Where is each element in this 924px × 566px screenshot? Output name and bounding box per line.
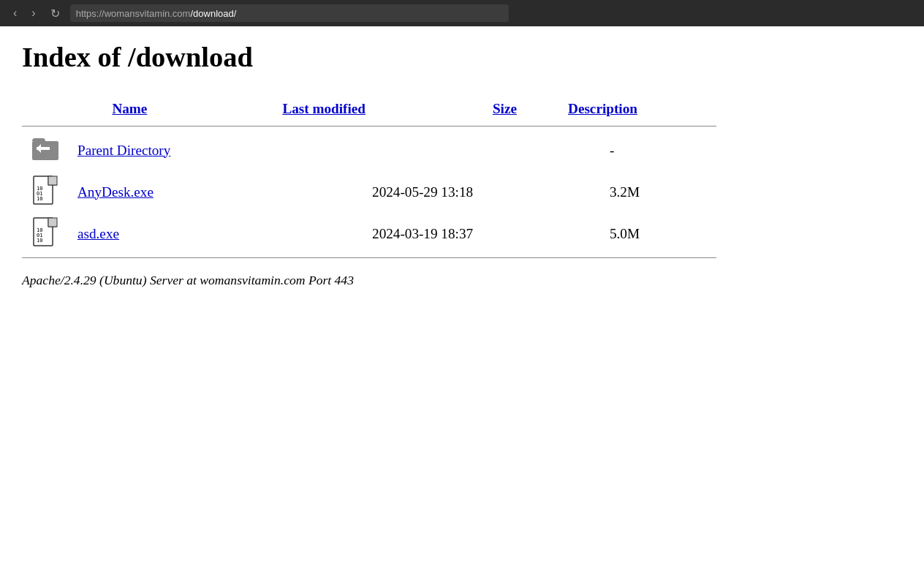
svg-rect-11 — [48, 218, 57, 227]
size-sort-link[interactable]: Size — [493, 101, 517, 116]
browser-chrome: ‹ › ↻ https://womansvitamin.com/download… — [0, 0, 924, 26]
page-title: Index of /download — [22, 41, 902, 73]
exe-file-icon: 10 01 10 — [32, 176, 58, 205]
parent-name-cell: Parent Directory — [69, 129, 328, 171]
asd-link[interactable]: asd.exe — [77, 226, 119, 241]
top-divider — [22, 126, 716, 127]
asd-modified-cell: 2024-03-19 18:37 — [328, 213, 601, 254]
svg-text:10: 10 — [37, 196, 42, 202]
file-table: Name Last modified Size Description — [22, 95, 716, 123]
table-header-row: Name Last modified Size Description — [22, 95, 716, 123]
asd-icon-cell: 10 01 10 — [22, 213, 69, 254]
back-button[interactable]: ‹ — [9, 5, 21, 21]
svg-text:10: 10 — [37, 238, 42, 244]
anydesk-desc-cell — [685, 171, 716, 213]
server-footer: Apache/2.4.29 (Ubuntu) Server at womansv… — [22, 273, 902, 288]
parent-dir-icon — [31, 134, 60, 163]
address-bar[interactable]: https://womansvitamin.com/download/ — [70, 4, 509, 22]
file-entries-table: Parent Directory - 10 — [22, 129, 716, 254]
parent-modified-cell — [328, 129, 601, 171]
name-sort-link[interactable]: Name — [112, 101, 147, 116]
col-size-header: Size — [484, 95, 559, 123]
table-row: 10 01 10 asd.exe 2024-03-19 18:37 5.0M — [22, 213, 716, 254]
asd-size-cell: 5.0M — [601, 213, 685, 254]
anydesk-name-cell: AnyDesk.exe — [69, 171, 328, 213]
col-name-header: Name — [53, 95, 238, 123]
parent-icon-cell — [22, 129, 69, 171]
asd-name-cell: asd.exe — [69, 213, 328, 254]
page-content: Index of /download Name Last modified Si… — [0, 26, 924, 310]
reload-button[interactable]: ↻ — [46, 5, 64, 22]
table-row: 10 01 10 AnyDesk.exe 2024-05-29 13:18 3.… — [22, 171, 716, 213]
anydesk-size-cell: 3.2M — [601, 171, 685, 213]
parent-size-cell: - — [601, 129, 685, 171]
svg-rect-0 — [32, 141, 58, 160]
asd-desc-cell — [685, 213, 716, 254]
forward-button[interactable]: › — [27, 5, 39, 21]
parent-desc-cell — [685, 129, 716, 171]
parent-dir-link[interactable]: Parent Directory — [77, 143, 170, 158]
anydesk-link[interactable]: AnyDesk.exe — [77, 184, 154, 200]
modified-sort-link[interactable]: Last modified — [282, 101, 366, 116]
desc-sort-link[interactable]: Description — [568, 101, 637, 116]
col-modified-header: Last modified — [238, 95, 483, 123]
anydesk-icon-cell: 10 01 10 — [22, 171, 69, 213]
url-base: https://womansvitamin.com — [76, 8, 191, 19]
table-row: Parent Directory - — [22, 129, 716, 171]
svg-rect-5 — [48, 176, 57, 185]
bottom-divider — [22, 257, 716, 258]
url-path: /download/ — [190, 8, 236, 19]
col-icon-header — [22, 95, 53, 123]
col-desc-header: Description — [559, 95, 716, 123]
exe-file-icon-2: 10 01 10 — [32, 217, 58, 246]
anydesk-modified-cell: 2024-05-29 13:18 — [328, 171, 601, 213]
